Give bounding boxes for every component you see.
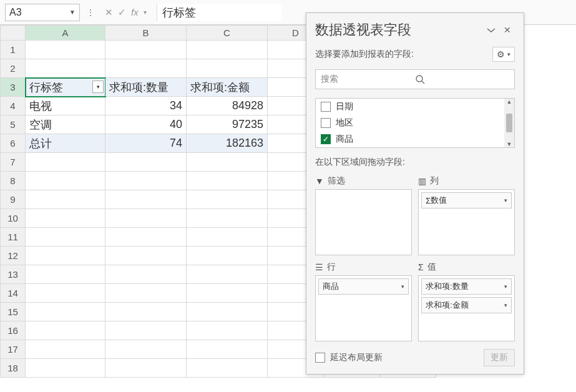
cell-B3[interactable]: 求和项:数量 (105, 78, 187, 97)
cancel-icon[interactable]: ✕ (105, 7, 113, 18)
chevron-down-icon[interactable]: ▾ (504, 302, 507, 308)
cell-C7[interactable] (187, 153, 268, 172)
fx-icon[interactable]: fx (131, 7, 139, 17)
cell-B5[interactable]: 40 (105, 115, 187, 134)
scroll-up-icon[interactable]: ▲ (507, 99, 512, 105)
cell-C8[interactable] (187, 172, 268, 190)
pill-求和项:数量[interactable]: 求和项:数量▾ (421, 278, 512, 295)
cell-B13[interactable] (105, 265, 187, 284)
collapse-icon[interactable] (482, 22, 500, 37)
cell-A6[interactable]: 总计 (26, 134, 105, 153)
cell-B6[interactable]: 74 (105, 134, 187, 153)
cell-C14[interactable] (187, 284, 268, 303)
select-all-corner[interactable] (1, 26, 26, 41)
row-header-9[interactable]: 9 (1, 190, 26, 209)
row-header-1[interactable]: 1 (1, 41, 26, 59)
row-header-14[interactable]: 14 (1, 284, 26, 303)
row-header-8[interactable]: 8 (1, 172, 26, 190)
cell-A2[interactable] (26, 59, 105, 78)
cell-A1[interactable] (26, 41, 105, 59)
row-header-7[interactable]: 7 (1, 153, 26, 172)
cell-C17[interactable] (187, 340, 268, 359)
cell-A13[interactable] (26, 265, 105, 284)
cell-B14[interactable] (105, 284, 187, 303)
cell-B10[interactable] (105, 209, 187, 228)
cell-B16[interactable] (105, 321, 187, 340)
filter-box[interactable] (315, 189, 412, 255)
field-list[interactable]: 日期地区✓商品 ▲ ▼ (315, 98, 515, 148)
update-button[interactable]: 更新 (484, 349, 515, 366)
cell-C1[interactable] (187, 41, 268, 59)
cell-A10[interactable] (26, 209, 105, 228)
rows-box[interactable]: 商品▾ (315, 275, 412, 341)
field-checkbox[interactable] (321, 102, 331, 112)
close-icon[interactable]: ✕ (500, 22, 515, 37)
cell-C9[interactable] (187, 190, 268, 209)
cell-A18[interactable] (26, 359, 105, 378)
cell-A8[interactable] (26, 172, 105, 190)
field-checkbox[interactable]: ✓ (321, 134, 331, 144)
cell-C4[interactable]: 84928 (187, 97, 268, 115)
formula-input[interactable]: 行标签 (157, 4, 281, 21)
cell-B9[interactable] (105, 190, 187, 209)
cell-A9[interactable] (26, 190, 105, 209)
columns-box[interactable]: Σ 数值▾ (418, 189, 515, 255)
row-header-4[interactable]: 4 (1, 97, 26, 115)
cell-C13[interactable] (187, 265, 268, 284)
row-header-3[interactable]: 3 (1, 78, 26, 97)
cell-B8[interactable] (105, 172, 187, 190)
cell-C3[interactable]: 求和项:金额 (187, 78, 268, 97)
cell-C10[interactable] (187, 209, 268, 228)
cell-C18[interactable] (187, 359, 268, 378)
cell-B18[interactable] (105, 359, 187, 378)
row-header-11[interactable]: 11 (1, 228, 26, 247)
field-row-商品[interactable]: ✓商品 (316, 131, 514, 147)
cell-C2[interactable] (187, 59, 268, 78)
scroll-thumb[interactable] (506, 114, 512, 132)
cell-B11[interactable] (105, 228, 187, 247)
chevron-down-icon[interactable]: ▾ (504, 283, 507, 290)
row-header-5[interactable]: 5 (1, 115, 26, 134)
cell-A7[interactable] (26, 153, 105, 172)
field-checkbox[interactable] (321, 118, 331, 128)
cell-B7[interactable] (105, 153, 187, 172)
cell-B1[interactable] (105, 41, 187, 59)
row-header-18[interactable]: 18 (1, 359, 26, 378)
rows-area[interactable]: ☰行 商品▾ (315, 259, 412, 341)
values-area[interactable]: Σ值 求和项:数量▾求和项:金额▾ (418, 259, 515, 341)
defer-checkbox[interactable] (315, 353, 325, 363)
tools-button[interactable]: ⚙ ▾ (492, 47, 515, 62)
cell-C11[interactable] (187, 228, 268, 247)
chevron-down-icon[interactable]: ▾ (504, 197, 507, 203)
pill-求和项:金额[interactable]: 求和项:金额▾ (421, 297, 512, 313)
row-header-13[interactable]: 13 (1, 265, 26, 284)
cell-A14[interactable] (26, 284, 105, 303)
pill-商品[interactable]: 商品▾ (318, 278, 409, 295)
chevron-down-icon[interactable]: ▾ (144, 9, 147, 16)
cell-B17[interactable] (105, 340, 187, 359)
filter-area[interactable]: ▼筛选 (315, 173, 412, 255)
row-header-6[interactable]: 6 (1, 134, 26, 153)
cell-A11[interactable] (26, 228, 105, 247)
row-header-17[interactable]: 17 (1, 340, 26, 359)
cell-A16[interactable] (26, 321, 105, 340)
search-input[interactable]: 搜索 (315, 69, 515, 89)
cell-C15[interactable] (187, 303, 268, 321)
field-row-地区[interactable]: 地区 (316, 115, 514, 131)
scroll-down-icon[interactable]: ▼ (507, 141, 512, 147)
cell-A15[interactable] (26, 303, 105, 321)
row-header-12[interactable]: 12 (1, 247, 26, 265)
cell-A5[interactable]: 空调 (26, 115, 105, 134)
cell-C12[interactable] (187, 247, 268, 265)
cell-B12[interactable] (105, 247, 187, 265)
columns-area[interactable]: ▥列 Σ 数值▾ (418, 173, 515, 255)
row-header-16[interactable]: 16 (1, 321, 26, 340)
pill-数值[interactable]: Σ 数值▾ (421, 192, 512, 208)
values-box[interactable]: 求和项:数量▾求和项:金额▾ (418, 275, 515, 341)
cell-A3[interactable]: 行标签▾ (26, 78, 105, 97)
row-header-2[interactable]: 2 (1, 59, 26, 78)
name-box[interactable]: A3 ▼ (5, 4, 80, 21)
col-header-B[interactable]: B (105, 26, 187, 41)
cell-A17[interactable] (26, 340, 105, 359)
cell-B4[interactable]: 34 (105, 97, 187, 115)
